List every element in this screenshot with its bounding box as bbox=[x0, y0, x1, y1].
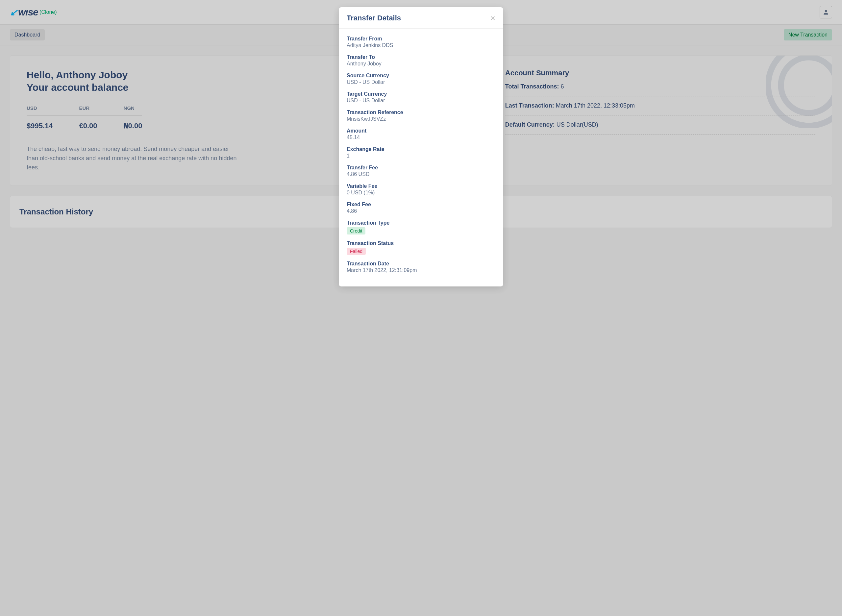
type-badge: Credit bbox=[347, 227, 365, 235]
field-target-currency: Target CurrencyUSD - US Dollar bbox=[347, 91, 495, 104]
field-exchange-rate: Exchange Rate1 bbox=[347, 146, 495, 159]
modal-title: Transfer Details bbox=[347, 14, 401, 22]
field-amount: Amount45.14 bbox=[347, 128, 495, 141]
field-source-currency: Source CurrencyUSD - US Dollar bbox=[347, 73, 495, 85]
field-transfer-to: Transfer ToAnthony Joboy bbox=[347, 54, 495, 67]
field-fixed-fee: Fixed Fee4.86 bbox=[347, 202, 495, 214]
transfer-details-modal: Transfer Details × Transfer FromAditya J… bbox=[339, 7, 503, 238]
field-variable-fee: Variable Fee0 USD (1%) bbox=[347, 183, 495, 196]
close-icon[interactable]: × bbox=[490, 14, 495, 22]
field-reference: Transaction ReferenceMnsisKwJJSVZz bbox=[347, 110, 495, 122]
field-transfer-fee: Transfer Fee4.86 USD bbox=[347, 165, 495, 177]
field-transfer-from: Transfer FromAditya Jenkins DDS bbox=[347, 36, 495, 48]
field-transaction-type: Transaction TypeCredit bbox=[347, 220, 495, 235]
